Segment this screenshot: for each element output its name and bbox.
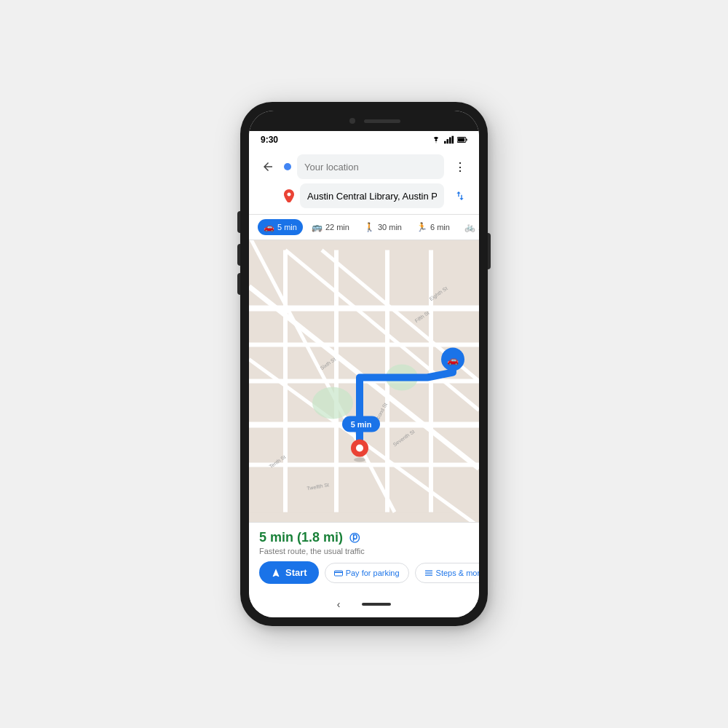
front-camera [349,118,355,124]
battery-icon [457,135,467,144]
origin-input[interactable] [297,154,444,179]
transit-time: 22 min [325,223,349,232]
volume-down-button[interactable] [237,244,240,266]
svg-rect-3 [452,136,454,144]
map-svg: Eighth St Fifth St Sixth St Seventh St S… [249,240,479,522]
svg-text:5 min: 5 min [351,420,372,429]
phone-nav-bar: ‹ [249,591,479,617]
more-options-button[interactable]: ⋮ [450,157,470,177]
pay-parking-label: Pay for parking [346,569,400,577]
svg-rect-2 [449,138,451,144]
destination-row [258,183,470,208]
earpiece [364,119,400,123]
action-buttons: Start Pay for parking Steps & more [259,561,469,584]
navigation-icon [271,568,281,578]
run-icon: 🏃 [416,222,427,232]
svg-point-37 [354,458,365,462]
app-header: ⋮ [249,149,479,215]
pay-parking-button[interactable]: Pay for parking [325,563,409,583]
bike-time: 10 m [478,223,479,232]
status-time: 9:30 [261,135,278,145]
bus-icon: 🚌 [312,222,323,232]
svg-point-36 [356,445,363,452]
map-view[interactable]: Eighth St Fifth St Sixth St Seventh St S… [249,240,479,522]
bottom-panel: 5 min (1.8 mi) ⓟ Fastest route, the usua… [249,522,479,591]
start-label: Start [285,567,307,578]
run-time: 6 min [430,223,450,232]
origin-dot [284,163,291,170]
phone-notch [249,111,479,131]
status-icons [431,135,467,144]
list-icon [424,569,433,577]
svg-rect-0 [444,141,446,144]
tab-run[interactable]: 🏃 6 min [411,219,456,235]
origin-row: ⋮ [258,154,470,179]
route-description: Fastest route, the usual traffic [259,547,469,555]
silent-button[interactable] [237,273,240,295]
phone-screen: 9:30 [249,111,479,617]
card-icon [334,569,343,577]
tab-driving[interactable]: 🚗 5 min [258,219,303,235]
wifi-icon [431,135,441,144]
home-indicator[interactable] [362,603,391,606]
back-nav-icon[interactable]: ‹ [337,598,341,610]
car-icon: 🚗 [264,222,274,232]
driving-time: 5 min [277,223,297,232]
steps-more-button[interactable]: Steps & more [415,563,479,583]
svg-point-22 [312,387,353,419]
route-info: 5 min (1.8 mi) ⓟ Fastest route, the usua… [259,530,469,555]
svg-rect-39 [334,571,342,573]
svg-rect-38 [334,571,342,576]
tab-bike[interactable]: 🚲 10 m [459,219,479,235]
transport-tabs: 🚗 5 min 🚌 22 min 🚶 30 min 🏃 6 min 🚲 10 m [249,215,479,240]
tab-transit[interactable]: 🚌 22 min [306,219,355,235]
power-button[interactable] [488,233,491,269]
phone-frame: 9:30 [240,102,488,626]
more-icon: ⋮ [454,160,466,174]
parking-icon: ⓟ [349,532,360,544]
svg-rect-6 [458,138,464,142]
walk-time: 30 min [378,223,402,232]
route-time: 5 min (1.8 mi) ⓟ [259,530,469,545]
destination-input[interactable] [300,183,444,208]
route-time-text: 5 min (1.8 mi) [259,530,343,545]
status-bar: 9:30 [249,131,479,149]
back-button[interactable] [258,157,278,177]
svg-text:🚗: 🚗 [447,354,459,366]
signal-icon [444,135,454,144]
walk-icon: 🚶 [364,222,375,232]
svg-rect-5 [466,139,467,141]
volume-up-button[interactable] [237,211,240,233]
bike-icon: 🚲 [464,222,475,232]
start-button[interactable]: Start [259,561,319,584]
svg-rect-1 [447,139,449,143]
tab-walk[interactable]: 🚶 30 min [358,219,408,235]
swap-directions-button[interactable] [450,186,470,206]
steps-more-label: Steps & more [436,569,479,577]
destination-pin-icon [284,189,294,202]
